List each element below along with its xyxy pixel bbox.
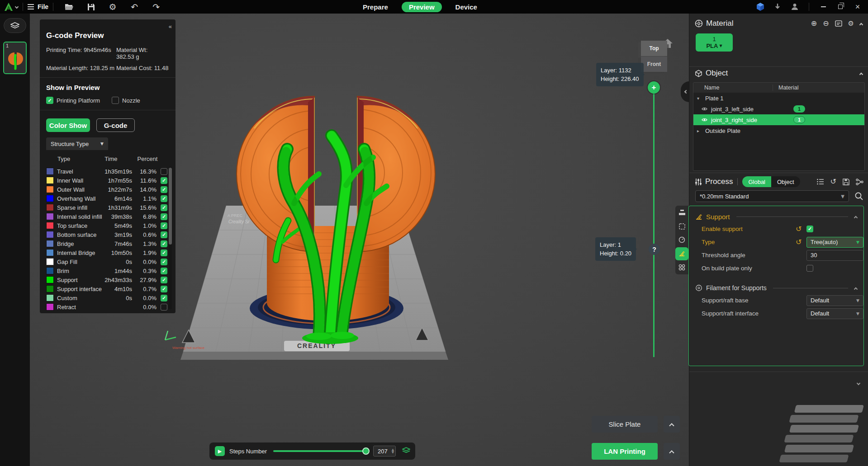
- minimize-button[interactable]: [816, 0, 831, 13]
- preset-dropdown[interactable]: *0.20mm Standard ▼: [695, 190, 849, 202]
- structure-visibility-checkbox[interactable]: [161, 259, 167, 265]
- scope-global[interactable]: Global: [742, 176, 771, 187]
- steps-slider-handle[interactable]: [362, 447, 370, 455]
- layer-help-button[interactable]: ?: [649, 244, 660, 255]
- enable-support-checkbox[interactable]: [806, 226, 813, 232]
- object-row[interactable]: joint_3_right_side1: [693, 114, 864, 125]
- layer-slider-handle[interactable]: +: [648, 81, 660, 94]
- tab-device[interactable]: Device: [448, 2, 484, 12]
- close-button[interactable]: ×: [850, 0, 865, 13]
- view-cube-top[interactable]: Top: [641, 41, 667, 56]
- panel-collapse-button[interactable]: «: [169, 23, 171, 30]
- undo-button[interactable]: ↶: [127, 1, 142, 13]
- file-menu[interactable]: File: [28, 3, 48, 10]
- search-preset-button[interactable]: [854, 192, 863, 201]
- raft-base-dropdown[interactable]: Default ▼: [806, 295, 863, 306]
- restore-button[interactable]: [833, 0, 848, 13]
- tab-prepare[interactable]: Prepare: [356, 2, 395, 12]
- view-cube-front[interactable]: Front: [641, 56, 667, 72]
- preview-option-checkbox[interactable]: [112, 97, 119, 104]
- parameter-list-icon[interactable]: [817, 179, 824, 185]
- material-slot[interactable]: 1 PLA ▼: [696, 33, 733, 52]
- collapse-material-button[interactable]: [859, 23, 863, 27]
- category-quality-button[interactable]: [675, 206, 688, 219]
- collapse-filament-button[interactable]: [854, 287, 858, 291]
- reset-setting-icon[interactable]: ↺: [796, 226, 802, 233]
- gcode-button[interactable]: G-code: [96, 118, 135, 132]
- structure-visibility-checkbox[interactable]: [161, 295, 167, 301]
- tab-preview[interactable]: Preview: [402, 2, 442, 12]
- collapse-object-button[interactable]: [859, 73, 863, 76]
- redo-button[interactable]: ↷: [148, 1, 164, 13]
- plate-only-checkbox[interactable]: [806, 265, 813, 272]
- object-row[interactable]: joint_3_left_side1: [693, 104, 864, 114]
- caret-collapsed-icon[interactable]: ▸: [697, 128, 702, 133]
- structure-visibility-checkbox[interactable]: [161, 204, 167, 211]
- structure-visibility-checkbox[interactable]: [161, 213, 167, 220]
- material-badge[interactable]: 1: [793, 116, 805, 123]
- structure-visibility-checkbox[interactable]: [161, 268, 167, 274]
- threshold-angle-input[interactable]: 30: [806, 250, 863, 261]
- category-speed-button[interactable]: [675, 233, 688, 246]
- category-others-button[interactable]: [675, 261, 688, 274]
- logo-dropdown-icon[interactable]: [15, 5, 19, 9]
- structure-visibility-checkbox[interactable]: [161, 249, 167, 256]
- slice-plate-button[interactable]: Slice Plate: [592, 416, 658, 433]
- plate-list-button[interactable]: [4, 18, 26, 33]
- visibility-toggle[interactable]: [702, 107, 707, 111]
- structure-visibility-checkbox[interactable]: [161, 222, 167, 229]
- save-preset-icon[interactable]: [843, 179, 849, 185]
- structure-visibility-checkbox[interactable]: [161, 177, 167, 184]
- category-strength-button[interactable]: [675, 220, 688, 233]
- visibility-toggle[interactable]: [702, 118, 707, 122]
- play-button[interactable]: ▶: [215, 446, 225, 456]
- material-settings-button[interactable]: ⚙: [848, 20, 854, 27]
- reset-preset-icon[interactable]: ↺: [830, 178, 836, 185]
- structure-visibility-checkbox[interactable]: [161, 186, 167, 193]
- raft-interface-dropdown[interactable]: Default ▼: [806, 308, 863, 319]
- remove-material-button[interactable]: ⊖: [823, 20, 829, 27]
- reset-setting-icon[interactable]: ↺: [796, 239, 802, 246]
- collapse-support-button[interactable]: [854, 216, 858, 220]
- structure-visibility-checkbox[interactable]: [161, 286, 167, 292]
- structure-visibility-checkbox[interactable]: [161, 277, 167, 283]
- layer-mode-button[interactable]: [402, 447, 410, 456]
- structure-visibility-checkbox[interactable]: [161, 168, 167, 175]
- steps-slider[interactable]: [273, 450, 366, 452]
- plate-thumbnail[interactable]: 1: [3, 42, 27, 74]
- add-material-button[interactable]: ⊕: [811, 20, 817, 27]
- account-button[interactable]: [787, 1, 802, 13]
- settings-button[interactable]: ⚙: [105, 1, 120, 13]
- collapse-preview-button[interactable]: [857, 378, 860, 386]
- material-manager-icon[interactable]: [835, 20, 842, 27]
- material-badge[interactable]: 1: [793, 105, 805, 113]
- scope-object[interactable]: Object: [771, 176, 800, 187]
- layer-slider-track[interactable]: [653, 87, 655, 357]
- structure-visibility-checkbox[interactable]: [161, 231, 167, 238]
- steps-spinner[interactable]: ▲▼: [392, 448, 394, 454]
- slice-options-button[interactable]: [664, 416, 680, 433]
- scrollbar[interactable]: [169, 167, 172, 309]
- eye-icon[interactable]: [702, 107, 707, 111]
- structure-visibility-checkbox[interactable]: [161, 240, 167, 247]
- category-support-button[interactable]: [675, 247, 688, 260]
- compare-preset-icon[interactable]: [856, 179, 863, 185]
- model-library-button[interactable]: [753, 1, 768, 13]
- object-row[interactable]: ▾Plate 1: [693, 93, 864, 104]
- color-show-button[interactable]: Color Show: [46, 118, 90, 132]
- structure-visibility-checkbox[interactable]: [161, 195, 167, 202]
- preview-option-checkbox[interactable]: [46, 97, 53, 104]
- save-button[interactable]: [83, 1, 99, 13]
- print-options-button[interactable]: [664, 443, 680, 460]
- download-manager-button[interactable]: [770, 1, 785, 13]
- steps-value-input[interactable]: 207 ▲▼: [373, 446, 396, 457]
- object-row[interactable]: ▸Outside Plate: [693, 125, 864, 136]
- lan-printing-button[interactable]: LAN Printing: [592, 443, 658, 460]
- open-file-button[interactable]: [62, 1, 77, 13]
- support-type-dropdown[interactable]: Tree(auto) ▼: [806, 237, 863, 248]
- scrollbar-thumb[interactable]: [169, 168, 172, 245]
- caret-expanded-icon[interactable]: ▾: [697, 96, 702, 101]
- eye-icon[interactable]: [702, 118, 707, 122]
- structure-visibility-checkbox[interactable]: [161, 304, 167, 311]
- app-logo[interactable]: [4, 2, 18, 11]
